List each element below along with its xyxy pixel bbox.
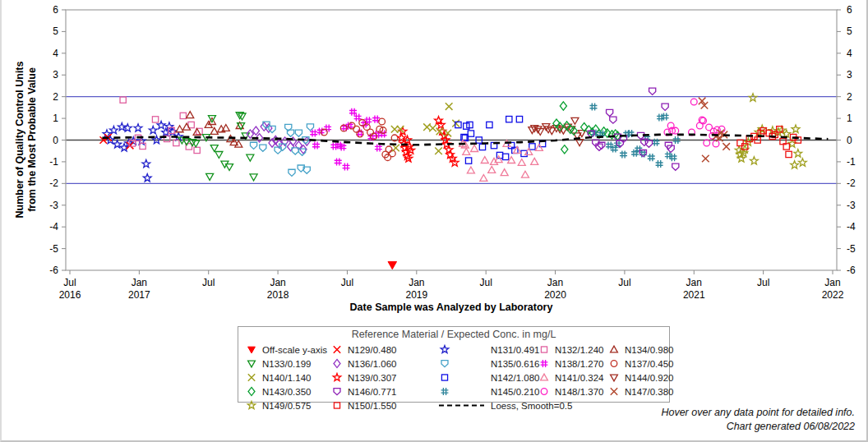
- data-point-N137[interactable]: [379, 118, 386, 125]
- data-point-N138[interactable]: [343, 163, 350, 170]
- data-point-N145[interactable]: [620, 150, 627, 158]
- off-scale-point[interactable]: [388, 261, 397, 269]
- data-point-N149[interactable]: [799, 159, 807, 166]
- data-point-N132[interactable]: [120, 97, 126, 103]
- data-point-N142[interactable]: [529, 144, 535, 150]
- data-point-N146[interactable]: [662, 104, 668, 110]
- data-point-N133[interactable]: [250, 174, 257, 181]
- legend-item-N134: N134/0.980: [608, 343, 673, 357]
- data-point-N145[interactable]: [656, 160, 663, 168]
- data-point-N147[interactable]: [702, 155, 709, 163]
- data-point-N142[interactable]: [502, 154, 508, 159]
- data-point-N138[interactable]: [324, 124, 331, 131]
- data-point-N134[interactable]: [210, 127, 218, 134]
- data-point-N138[interactable]: [375, 144, 382, 151]
- data-point-N141[interactable]: [480, 174, 487, 181]
- data-point-N138[interactable]: [335, 158, 342, 165]
- data-point-N140[interactable]: [392, 145, 399, 152]
- data-point-N143[interactable]: [601, 127, 607, 136]
- series-N132: [120, 97, 202, 154]
- data-point-N131[interactable]: [143, 174, 151, 182]
- data-point-N138[interactable]: [330, 142, 338, 150]
- data-point-N142[interactable]: [479, 144, 485, 150]
- y-tick-label-right: 0: [847, 135, 852, 146]
- data-point-N140[interactable]: [435, 147, 442, 154]
- data-point-N148[interactable]: [713, 140, 719, 147]
- data-point-N133[interactable]: [206, 173, 214, 180]
- data-point-N146[interactable]: [672, 163, 679, 170]
- data-point-N132[interactable]: [180, 113, 186, 118]
- N135-marker-icon: [438, 358, 486, 369]
- data-point-N146[interactable]: [610, 117, 616, 123]
- data-point-N140[interactable]: [452, 120, 459, 127]
- data-point-N150[interactable]: [786, 151, 792, 157]
- data-point-N135[interactable]: [295, 130, 302, 136]
- data-point-N149[interactable]: [749, 94, 757, 101]
- data-point-N149[interactable]: [792, 125, 800, 132]
- data-point-N141[interactable]: [463, 149, 470, 155]
- data-point-N134[interactable]: [187, 112, 194, 118]
- data-point-N132[interactable]: [194, 147, 200, 153]
- data-point-N143[interactable]: [561, 145, 568, 154]
- data-point-N137[interactable]: [386, 146, 392, 153]
- data-point-N141[interactable]: [531, 158, 538, 164]
- data-point-N141[interactable]: [471, 145, 478, 152]
- data-point-N146[interactable]: [649, 88, 656, 94]
- data-point-N141[interactable]: [501, 169, 508, 176]
- data-point-N141[interactable]: [535, 144, 542, 150]
- data-point-N134[interactable]: [176, 126, 183, 132]
- data-point-N133[interactable]: [247, 154, 254, 161]
- data-point-N135[interactable]: [250, 142, 256, 149]
- legend-item-loess: Loess, Smooth=0.5: [438, 398, 572, 412]
- legend-label-loess: Loess, Smooth=0.5: [491, 401, 572, 411]
- data-point-N141[interactable]: [495, 156, 502, 163]
- data-point-N148[interactable]: [690, 99, 697, 105]
- data-point-N142[interactable]: [516, 116, 522, 122]
- x-axis-title: Date Sample was Analyzed by Laboratory: [66, 302, 837, 313]
- data-point-N131[interactable]: [134, 124, 142, 131]
- data-point-N138[interactable]: [349, 108, 357, 116]
- data-point-N141[interactable]: [521, 171, 529, 177]
- data-point-N141[interactable]: [467, 167, 474, 173]
- data-point-N141[interactable]: [518, 159, 525, 165]
- data-point-N145[interactable]: [589, 104, 597, 111]
- data-point-N140[interactable]: [429, 125, 436, 132]
- N150-marker-icon: [331, 400, 343, 411]
- data-point-N149[interactable]: [791, 161, 799, 168]
- data-point-N138[interactable]: [310, 130, 317, 137]
- data-point-N135[interactable]: [289, 169, 295, 176]
- N137-marker-icon: [608, 358, 620, 369]
- data-point-N136[interactable]: [287, 142, 293, 150]
- data-point-N134[interactable]: [182, 123, 190, 130]
- data-point-N138[interactable]: [312, 142, 320, 150]
- data-point-N140[interactable]: [446, 103, 453, 110]
- data-point-N131[interactable]: [149, 127, 157, 134]
- data-point-N131[interactable]: [142, 159, 150, 167]
- data-point-N134[interactable]: [222, 124, 229, 131]
- y-tick-label-left: -3: [49, 200, 58, 211]
- data-point-N141[interactable]: [488, 166, 496, 173]
- data-point-N146[interactable]: [607, 109, 613, 116]
- data-point-N147[interactable]: [723, 143, 730, 150]
- data-point-N132[interactable]: [173, 140, 179, 145]
- data-point-N143[interactable]: [560, 102, 566, 110]
- data-point-N149[interactable]: [758, 125, 766, 132]
- data-point-N141[interactable]: [481, 157, 488, 163]
- data-point-N149[interactable]: [794, 150, 802, 157]
- data-point-N133[interactable]: [215, 151, 223, 158]
- data-point-N145[interactable]: [669, 154, 676, 161]
- data-point-N145[interactable]: [606, 142, 613, 150]
- data-point-N142[interactable]: [465, 158, 471, 163]
- legend-item-N146: N146/0.771: [331, 384, 396, 398]
- data-point-N133[interactable]: [210, 145, 218, 152]
- N139-marker-icon: [331, 372, 343, 383]
- data-point-N132[interactable]: [152, 117, 158, 122]
- data-point-N149[interactable]: [750, 157, 759, 164]
- data-point-N142[interactable]: [487, 122, 492, 127]
- data-point-N144[interactable]: [571, 117, 579, 124]
- data-point-N135[interactable]: [260, 145, 266, 151]
- data-point-N133[interactable]: [226, 164, 233, 171]
- data-point-N142[interactable]: [468, 131, 473, 136]
- data-point-N145[interactable]: [648, 154, 655, 161]
- data-point-N142[interactable]: [506, 116, 512, 122]
